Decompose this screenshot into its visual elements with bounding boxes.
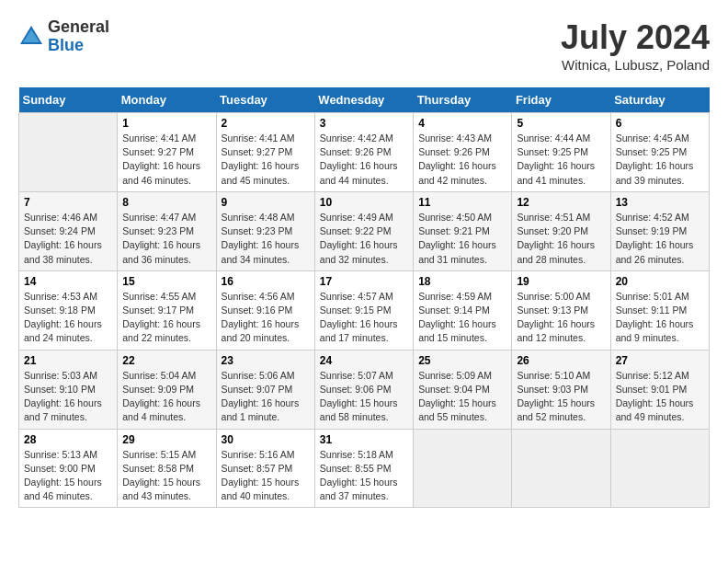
calendar-day-cell: 22Sunrise: 5:04 AM Sunset: 9:09 PM Dayli… xyxy=(118,350,216,429)
day-info: Sunrise: 4:56 AM Sunset: 9:16 PM Dayligh… xyxy=(222,290,310,346)
calendar-day-cell: 28Sunrise: 5:13 AM Sunset: 9:00 PM Dayli… xyxy=(19,429,118,508)
day-number: 12 xyxy=(517,196,605,209)
day-info: Sunrise: 5:01 AM Sunset: 9:11 PM Dayligh… xyxy=(616,290,704,346)
calendar-day-cell: 29Sunrise: 5:15 AM Sunset: 8:58 PM Dayli… xyxy=(118,429,216,508)
day-number: 19 xyxy=(517,275,605,288)
day-info: Sunrise: 5:00 AM Sunset: 9:13 PM Dayligh… xyxy=(517,290,605,346)
day-info: Sunrise: 4:41 AM Sunset: 9:27 PM Dayligh… xyxy=(222,132,310,188)
calendar-day-cell: 13Sunrise: 4:52 AM Sunset: 9:19 PM Dayli… xyxy=(610,191,709,270)
day-of-week-header: Thursday xyxy=(414,87,512,113)
day-info: Sunrise: 4:45 AM Sunset: 9:25 PM Dayligh… xyxy=(616,132,704,188)
day-number: 25 xyxy=(418,354,506,367)
calendar-day-cell: 1Sunrise: 4:41 AM Sunset: 9:27 PM Daylig… xyxy=(118,113,216,192)
day-number: 3 xyxy=(320,117,408,130)
calendar-day-cell xyxy=(19,113,118,192)
day-of-week-header: Monday xyxy=(118,87,216,113)
day-info: Sunrise: 5:09 AM Sunset: 9:04 PM Dayligh… xyxy=(418,369,506,425)
calendar-day-cell: 2Sunrise: 4:41 AM Sunset: 9:27 PM Daylig… xyxy=(216,113,314,192)
logo-general-label: General xyxy=(48,18,109,37)
day-number: 13 xyxy=(616,196,704,209)
day-info: Sunrise: 5:06 AM Sunset: 9:07 PM Dayligh… xyxy=(222,369,310,425)
day-info: Sunrise: 4:51 AM Sunset: 9:20 PM Dayligh… xyxy=(517,211,605,267)
day-number: 28 xyxy=(24,433,112,446)
day-number: 29 xyxy=(122,433,210,446)
calendar-week-row: 28Sunrise: 5:13 AM Sunset: 9:00 PM Dayli… xyxy=(19,429,710,508)
calendar-day-cell: 27Sunrise: 5:12 AM Sunset: 9:01 PM Dayli… xyxy=(610,350,709,429)
day-number: 4 xyxy=(418,117,506,130)
day-of-week-header: Wednesday xyxy=(314,87,413,113)
calendar-day-cell: 14Sunrise: 4:53 AM Sunset: 9:18 PM Dayli… xyxy=(19,270,118,350)
calendar-day-cell: 9Sunrise: 4:48 AM Sunset: 9:23 PM Daylig… xyxy=(216,191,314,270)
day-info: Sunrise: 4:42 AM Sunset: 9:26 PM Dayligh… xyxy=(320,132,408,188)
day-info: Sunrise: 4:57 AM Sunset: 9:15 PM Dayligh… xyxy=(320,290,408,346)
calendar-day-cell: 10Sunrise: 4:49 AM Sunset: 9:22 PM Dayli… xyxy=(314,191,413,270)
day-info: Sunrise: 5:03 AM Sunset: 9:10 PM Dayligh… xyxy=(24,369,112,425)
day-info: Sunrise: 4:46 AM Sunset: 9:24 PM Dayligh… xyxy=(24,211,112,267)
calendar-day-cell: 15Sunrise: 4:55 AM Sunset: 9:17 PM Dayli… xyxy=(118,270,216,350)
day-number: 6 xyxy=(616,117,704,130)
day-info: Sunrise: 5:12 AM Sunset: 9:01 PM Dayligh… xyxy=(616,369,704,425)
calendar-day-cell: 5Sunrise: 4:44 AM Sunset: 9:25 PM Daylig… xyxy=(512,113,610,192)
day-number: 30 xyxy=(222,433,310,446)
day-number: 7 xyxy=(24,196,112,209)
day-info: Sunrise: 4:53 AM Sunset: 9:18 PM Dayligh… xyxy=(24,290,112,346)
calendar-day-cell: 19Sunrise: 5:00 AM Sunset: 9:13 PM Dayli… xyxy=(512,270,610,350)
day-of-week-header: Sunday xyxy=(19,87,118,113)
day-info: Sunrise: 5:04 AM Sunset: 9:09 PM Dayligh… xyxy=(122,369,210,425)
day-number: 31 xyxy=(320,433,408,446)
calendar-day-cell: 16Sunrise: 4:56 AM Sunset: 9:16 PM Dayli… xyxy=(216,270,314,350)
calendar-day-cell: 12Sunrise: 4:51 AM Sunset: 9:20 PM Dayli… xyxy=(512,191,610,270)
day-number: 10 xyxy=(320,196,408,209)
day-info: Sunrise: 4:52 AM Sunset: 9:19 PM Dayligh… xyxy=(616,211,704,267)
logo: General Blue xyxy=(18,18,109,55)
calendar-day-cell xyxy=(512,429,610,508)
day-info: Sunrise: 4:48 AM Sunset: 9:23 PM Dayligh… xyxy=(222,211,310,267)
calendar-day-cell: 7Sunrise: 4:46 AM Sunset: 9:24 PM Daylig… xyxy=(19,191,118,270)
calendar-day-cell: 18Sunrise: 4:59 AM Sunset: 9:14 PM Dayli… xyxy=(414,270,512,350)
day-number: 14 xyxy=(24,275,112,288)
calendar-day-cell: 11Sunrise: 4:50 AM Sunset: 9:21 PM Dayli… xyxy=(414,191,512,270)
day-number: 11 xyxy=(418,196,506,209)
calendar-day-cell: 26Sunrise: 5:10 AM Sunset: 9:03 PM Dayli… xyxy=(512,350,610,429)
day-number: 27 xyxy=(616,354,704,367)
day-info: Sunrise: 4:43 AM Sunset: 9:26 PM Dayligh… xyxy=(418,132,506,188)
calendar-day-cell: 23Sunrise: 5:06 AM Sunset: 9:07 PM Dayli… xyxy=(216,350,314,429)
day-number: 16 xyxy=(222,275,310,288)
logo-blue-label: Blue xyxy=(48,37,109,55)
calendar-week-row: 7Sunrise: 4:46 AM Sunset: 9:24 PM Daylig… xyxy=(19,191,710,270)
calendar-table: SundayMondayTuesdayWednesdayThursdayFrid… xyxy=(18,87,710,508)
day-info: Sunrise: 4:47 AM Sunset: 9:23 PM Dayligh… xyxy=(122,211,210,267)
month-year-title: July 2024 xyxy=(561,18,710,57)
day-number: 1 xyxy=(122,117,210,130)
day-number: 17 xyxy=(320,275,408,288)
calendar-day-cell: 17Sunrise: 4:57 AM Sunset: 9:15 PM Dayli… xyxy=(314,270,413,350)
calendar-week-row: 1Sunrise: 4:41 AM Sunset: 9:27 PM Daylig… xyxy=(19,113,710,192)
day-number: 5 xyxy=(517,117,605,130)
day-of-week-header: Saturday xyxy=(610,87,709,113)
day-info: Sunrise: 5:13 AM Sunset: 9:00 PM Dayligh… xyxy=(24,448,112,504)
calendar-header-row: SundayMondayTuesdayWednesdayThursdayFrid… xyxy=(19,87,710,113)
day-number: 2 xyxy=(222,117,310,130)
day-number: 8 xyxy=(122,196,210,209)
day-of-week-header: Tuesday xyxy=(216,87,314,113)
day-info: Sunrise: 5:15 AM Sunset: 8:58 PM Dayligh… xyxy=(122,448,210,504)
day-number: 15 xyxy=(122,275,210,288)
calendar-day-cell xyxy=(610,429,709,508)
location-subtitle: Witnica, Lubusz, Poland xyxy=(561,57,710,73)
day-info: Sunrise: 4:49 AM Sunset: 9:22 PM Dayligh… xyxy=(320,211,408,267)
day-number: 22 xyxy=(122,354,210,367)
day-info: Sunrise: 5:16 AM Sunset: 8:57 PM Dayligh… xyxy=(222,448,310,504)
day-number: 20 xyxy=(616,275,704,288)
calendar-day-cell: 4Sunrise: 4:43 AM Sunset: 9:26 PM Daylig… xyxy=(414,113,512,192)
day-number: 23 xyxy=(222,354,310,367)
calendar-day-cell xyxy=(414,429,512,508)
day-info: Sunrise: 4:50 AM Sunset: 9:21 PM Dayligh… xyxy=(418,211,506,267)
day-number: 18 xyxy=(418,275,506,288)
day-number: 26 xyxy=(517,354,605,367)
calendar-day-cell: 3Sunrise: 4:42 AM Sunset: 9:26 PM Daylig… xyxy=(314,113,413,192)
day-info: Sunrise: 4:55 AM Sunset: 9:17 PM Dayligh… xyxy=(122,290,210,346)
day-info: Sunrise: 5:10 AM Sunset: 9:03 PM Dayligh… xyxy=(517,369,605,425)
day-of-week-header: Friday xyxy=(512,87,610,113)
day-info: Sunrise: 4:59 AM Sunset: 9:14 PM Dayligh… xyxy=(418,290,506,346)
logo-text: General Blue xyxy=(48,18,109,55)
